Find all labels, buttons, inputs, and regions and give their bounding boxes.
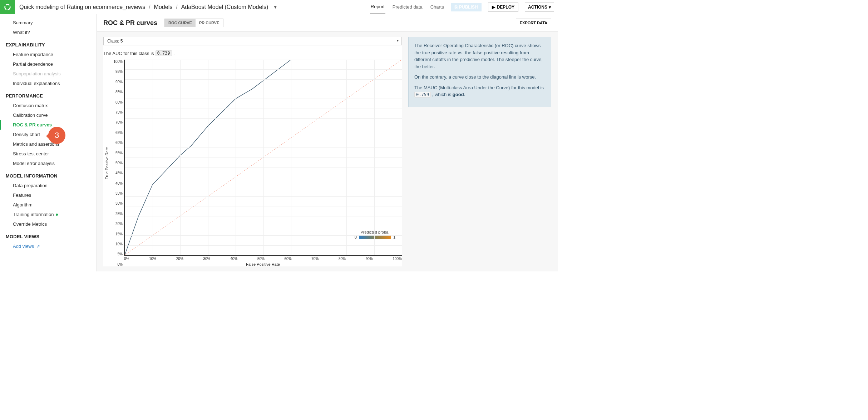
publish-button[interactable]: ⎘PUBLISH bbox=[451, 3, 482, 11]
sidebar-header-model-views: MODEL VIEWS bbox=[0, 229, 97, 241]
info-box: The Receiver Operating Characteristic (o… bbox=[408, 37, 551, 107]
chart-column: Class: 5 The AUC for this class is 0.739… bbox=[103, 37, 402, 266]
x-axis-ticks: 0%10%20%30%40%50%60%70%80%90%100% bbox=[124, 256, 402, 261]
sidebar-item-confusion-matrix[interactable]: Confusion matrix bbox=[0, 101, 97, 110]
sidebar-item-stress-test[interactable]: Stress test center bbox=[0, 149, 97, 159]
play-icon: ▶ bbox=[492, 5, 495, 10]
caret-down-icon: ▾ bbox=[549, 5, 551, 10]
y-axis-label: True Positive Rate bbox=[103, 60, 110, 266]
tab-pr-curve[interactable]: PR CURVE bbox=[196, 19, 223, 27]
tab-roc-curve[interactable]: ROC CURVE bbox=[165, 19, 196, 27]
crumb-model[interactable]: AdaBoost Model (Custom Models) bbox=[181, 4, 268, 10]
x-axis-label: False Positive Rate bbox=[124, 261, 402, 266]
publish-icon: ⎘ bbox=[455, 5, 457, 10]
sidebar-header-performance: PERFORMANCE bbox=[0, 88, 97, 101]
auc-text: The AUC for this class is 0.739. bbox=[103, 50, 402, 56]
chevron-down-icon[interactable]: ▼ bbox=[273, 5, 277, 10]
tab-report[interactable]: Report bbox=[370, 4, 385, 14]
sidebar-item-summary[interactable]: Summary bbox=[0, 18, 97, 28]
tab-predicted-data[interactable]: Predicted data bbox=[392, 4, 423, 14]
app-logo[interactable] bbox=[0, 0, 15, 14]
sidebar-item-whatif[interactable]: What if? bbox=[0, 28, 97, 37]
breadcrumbs: Quick modeling of Rating on ecommerce_re… bbox=[15, 4, 370, 10]
crumb-models[interactable]: Models bbox=[154, 4, 173, 10]
sidebar-item-individual-explanations[interactable]: Individual explanations bbox=[0, 79, 97, 88]
sidebar-item-features[interactable]: Features bbox=[0, 190, 97, 200]
crumb-root[interactable]: Quick modeling of Rating on ecommerce_re… bbox=[19, 4, 145, 10]
annotation-marker: 3 bbox=[48, 127, 65, 144]
info-panel: The Receiver Operating Characteristic (o… bbox=[408, 37, 551, 266]
sidebar-item-calibration-curve[interactable]: Calibration curve bbox=[0, 110, 97, 120]
tab-charts[interactable]: Charts bbox=[430, 4, 445, 14]
export-data-button[interactable]: EXPORT DATA bbox=[516, 19, 551, 27]
sidebar-item-algorithm[interactable]: Algorithm bbox=[0, 200, 97, 210]
content-area: ROC & PR curves ROC CURVE PR CURVE EXPOR… bbox=[97, 14, 558, 271]
add-views-link[interactable]: Add views↗ bbox=[0, 241, 97, 251]
svg-point-0 bbox=[5, 4, 10, 10]
sidebar-header-explainability: EXPLAINABILITY bbox=[0, 37, 97, 50]
external-link-icon: ↗ bbox=[36, 244, 40, 249]
top-nav: Report Predicted data Charts ⎘PUBLISH ▶D… bbox=[370, 2, 558, 12]
roc-chart: True Positive Rate 100%95%90%85%80%75%70… bbox=[103, 60, 402, 266]
sidebar-item-data-prep[interactable]: Data preparation bbox=[0, 181, 97, 190]
mauc-value: 0.759 bbox=[414, 92, 431, 98]
sidebar-item-partial-dependence[interactable]: Partial dependence bbox=[0, 59, 97, 69]
legend: Predicted proba. 0 1 bbox=[355, 230, 395, 240]
top-bar: Quick modeling of Rating on ecommerce_re… bbox=[0, 0, 558, 14]
actions-button[interactable]: ACTIONS▾ bbox=[525, 2, 554, 12]
plot-area: Predicted proba. 0 1 bbox=[124, 60, 402, 256]
sidebar-item-override-metrics[interactable]: Override Metrics bbox=[0, 219, 97, 229]
deploy-button[interactable]: ▶DEPLOY bbox=[488, 2, 518, 12]
curve-tab-group: ROC CURVE PR CURVE bbox=[164, 19, 223, 27]
content-header: ROC & PR curves ROC CURVE PR CURVE EXPOR… bbox=[97, 14, 558, 32]
status-dot-icon bbox=[56, 214, 58, 216]
logo-icon bbox=[4, 3, 11, 11]
sidebar-header-model-info: MODEL INFORMATION bbox=[0, 168, 97, 181]
class-select[interactable]: Class: 5 bbox=[103, 37, 402, 45]
auc-value: 0.739 bbox=[156, 50, 172, 56]
sidebar-item-subpopulation: Subpopulation analysis bbox=[0, 69, 97, 79]
y-axis-ticks: 100%95%90%85%80%75%70%65%60%55%50%45%40%… bbox=[110, 60, 124, 266]
sidebar-item-feature-importance[interactable]: Feature importance bbox=[0, 50, 97, 59]
sidebar-item-training-info[interactable]: Training information bbox=[0, 210, 97, 219]
page-title: ROC & PR curves bbox=[103, 19, 157, 27]
sidebar-item-model-error[interactable]: Model error analysis bbox=[0, 159, 97, 168]
